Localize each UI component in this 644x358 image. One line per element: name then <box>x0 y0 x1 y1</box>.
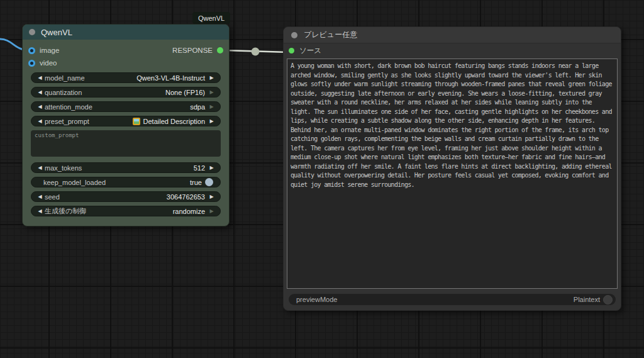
image-input-label: image <box>40 47 59 54</box>
custom-prompt-placeholder: custom_prompt <box>35 132 79 138</box>
widget-seed-control[interactable]: ◀ 生成後の制御 randomize ▶ <box>31 206 221 216</box>
preview-mode-value: Plaintext <box>574 296 600 303</box>
arrow-left-icon[interactable]: ◀ <box>36 104 44 109</box>
widget-keep-model-loaded[interactable]: keep_model_loaded true <box>31 177 221 187</box>
widget-value-text: Detailed Description <box>143 118 205 125</box>
collapse-dot-icon[interactable] <box>29 29 35 35</box>
qwenvl-widgets: ◀ model_name Qwen3-VL-4B-Instruct ▶ ◀ qu… <box>23 71 229 216</box>
video-input-port[interactable] <box>28 60 35 67</box>
video-input-label: video <box>40 59 57 67</box>
preview-mode-value-wrap: Plaintext <box>574 295 613 305</box>
widget-label: model_name <box>45 74 85 82</box>
arrow-right-icon[interactable]: ▶ <box>208 104 216 109</box>
picture-icon <box>133 118 140 125</box>
arrow-left-icon[interactable]: ◀ <box>36 165 44 171</box>
qwenvl-node-header[interactable]: QwenVL <box>23 25 229 40</box>
arrow-right-icon[interactable]: ▶ <box>208 75 216 81</box>
port-row-source: ソース <box>284 43 621 57</box>
widget-attention-mode[interactable]: ◀ attention_mode sdpa ▶ <box>31 101 221 112</box>
source-input-label: ソース <box>299 46 321 55</box>
toggle-on-icon[interactable] <box>205 178 213 186</box>
widget-value: None (FP16) <box>165 89 205 96</box>
collapse-dot-icon[interactable] <box>291 32 297 38</box>
arrow-left-icon[interactable]: ◀ <box>36 194 44 199</box>
preview-node[interactable]: プレビュー任意 ソース A young woman with short, da… <box>283 26 621 311</box>
arrow-right-icon[interactable]: ▶ <box>208 165 216 171</box>
arrow-left-icon[interactable]: ◀ <box>36 208 44 214</box>
widget-quantization[interactable]: ◀ quantization None (FP16) ▶ <box>31 87 221 98</box>
arrow-left-icon[interactable]: ◀ <box>36 118 44 124</box>
arrow-right-icon[interactable]: ▶ <box>208 118 216 124</box>
widget-label: seed <box>45 193 60 201</box>
arrow-left-icon[interactable]: ◀ <box>36 75 44 81</box>
preview-text-area[interactable]: A young woman with short, dark brown bob… <box>287 59 618 289</box>
toggle-off-icon[interactable] <box>603 295 613 305</box>
node-badge: QwenVL <box>192 12 230 24</box>
widget-preset-prompt[interactable]: ◀ preset_prompt Detailed Description ▶ <box>31 116 221 126</box>
widget-label: preset_prompt <box>45 118 89 125</box>
widget-value: true <box>190 178 213 186</box>
arrow-right-icon[interactable]: ▶ <box>208 89 216 95</box>
response-output-port[interactable] <box>217 47 223 53</box>
widget-model-name[interactable]: ◀ model_name Qwen3-VL-4B-Instruct ▶ <box>31 72 221 83</box>
port-row-video: video <box>28 57 223 69</box>
widget-value-text: true <box>190 179 202 186</box>
widget-value: Qwen3-VL-4B-Instruct <box>136 74 205 82</box>
response-output-label: RESPONSE <box>172 47 213 54</box>
widget-seed[interactable]: ◀ seed 3064762653 ▶ <box>31 191 221 202</box>
qwenvl-node[interactable]: QwenVL image RESPONSE video ◀ model_name… <box>22 24 230 227</box>
widget-max-tokens[interactable]: ◀ max_tokens 512 ▶ <box>31 162 221 173</box>
port-row-image: image RESPONSE <box>28 44 223 57</box>
arrow-right-icon[interactable]: ▶ <box>208 208 216 214</box>
reroute-dot[interactable] <box>252 48 260 56</box>
preview-mode-widget[interactable]: previewMode Plaintext <box>289 294 616 305</box>
widget-value: Detailed Description <box>133 118 205 125</box>
widget-label: max_tokens <box>45 164 82 172</box>
qwenvl-ports: image RESPONSE video <box>23 40 229 71</box>
arrow-left-icon[interactable]: ◀ <box>36 89 44 95</box>
widget-value: randomize <box>173 208 205 215</box>
preview-mode-label: previewMode <box>296 296 337 303</box>
widget-label: quantization <box>45 89 82 96</box>
widget-label: attention_mode <box>45 103 92 111</box>
node-badge-label: QwenVL <box>198 14 225 22</box>
widget-value: sdpa <box>190 103 205 111</box>
image-input-port[interactable] <box>28 47 35 54</box>
widget-value: 3064762653 <box>167 193 205 201</box>
widget-value: 512 <box>194 164 205 172</box>
preview-node-header[interactable]: プレビュー任意 <box>284 27 621 43</box>
custom-prompt-textarea[interactable]: custom_prompt <box>31 130 221 157</box>
source-input-port[interactable] <box>289 48 294 53</box>
node-title: QwenVL <box>41 28 72 37</box>
widget-label: 生成後の制御 <box>45 206 86 216</box>
arrow-right-icon[interactable]: ▶ <box>208 194 216 199</box>
node-title: プレビュー任意 <box>304 30 357 40</box>
widget-label: keep_model_loaded <box>43 179 106 186</box>
